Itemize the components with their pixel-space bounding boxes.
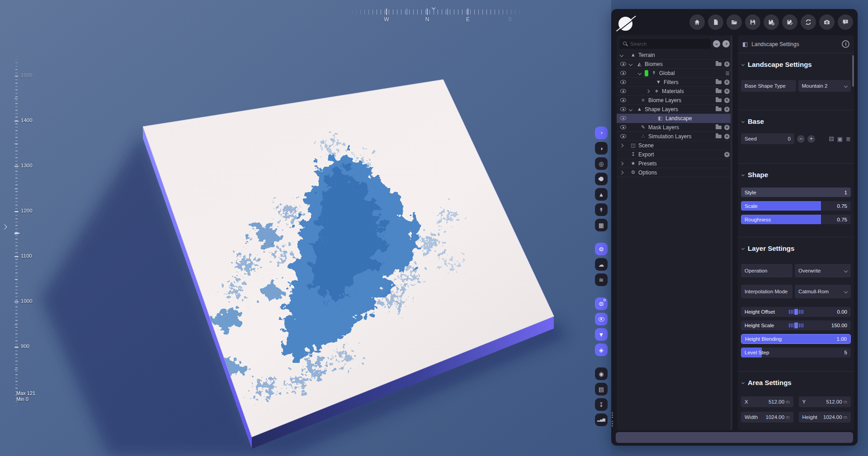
visibility-eye-icon[interactable]	[620, 116, 626, 120]
visibility-eye-icon[interactable]	[620, 107, 626, 111]
incremental-save-button[interactable]	[782, 14, 797, 30]
area-width-field[interactable]: Width 1024.00m	[741, 412, 793, 423]
group-folder-icon[interactable]	[716, 62, 722, 66]
group-folder-icon[interactable]	[716, 89, 722, 93]
visibility-eye-icon[interactable]	[620, 89, 626, 93]
section-title-row[interactable]: Landscape Settings	[742, 61, 850, 68]
record-button[interactable]: ◉	[595, 367, 608, 380]
add-button[interactable]: +	[724, 134, 730, 139]
terrain-render[interactable]	[0, 0, 611, 456]
tree-item-global[interactable]: ↟Global≣	[617, 69, 732, 78]
tree-item-biome-layers[interactable]: ≡Biome Layers+	[617, 96, 732, 105]
sync-button[interactable]	[801, 14, 816, 30]
visibility-eye-icon[interactable]	[620, 125, 626, 129]
height-offset-field[interactable]: Height Offset 0.00	[741, 307, 851, 317]
roughness-slider[interactable]: Roughness 0.75	[741, 215, 851, 224]
chevron-down-icon[interactable]	[620, 53, 623, 56]
tree-item-filters[interactable]: ▼Filters+	[617, 78, 732, 87]
visibility-eye-icon[interactable]	[620, 134, 626, 138]
add-button[interactable]: +	[724, 152, 730, 157]
tree-item-scene[interactable]: ◫Scene	[617, 141, 732, 150]
seed-random-dice-icon[interactable]: ⚄	[829, 136, 834, 142]
chevron-down-icon[interactable]	[629, 62, 632, 66]
section-title-row[interactable]: Shape	[742, 171, 850, 179]
seed-increment-button[interactable]: +	[807, 135, 815, 143]
add-layer-icon[interactable]: ≣	[725, 71, 730, 76]
visibility-eye-icon[interactable]	[620, 80, 626, 84]
tree-item-mask-layers[interactable]: ✎Mask Layers+	[617, 123, 732, 132]
tree-item-biomes[interactable]: ◭Biomes+	[617, 60, 732, 69]
add-button[interactable]: +	[724, 98, 730, 103]
section-title-row[interactable]: Layer Settings	[742, 244, 850, 252]
chevron-right-icon[interactable]	[620, 143, 623, 147]
panel-drag-handle[interactable]	[612, 412, 613, 427]
height-blending-slider[interactable]: Height Blending 1.00	[741, 334, 851, 344]
grid-view-button[interactable]: ▦	[595, 219, 608, 231]
level-step-slider[interactable]: Level Step 5	[741, 348, 851, 357]
new-file-button[interactable]	[708, 14, 723, 30]
settings-view-button[interactable]: ⚙	[595, 243, 608, 255]
style-slider[interactable]: Style 1	[741, 188, 851, 197]
terrain-globe-button[interactable]: ◔	[595, 127, 608, 139]
visibility-button[interactable]	[595, 313, 608, 325]
interpolation-mode-dropdown[interactable]: Catmull-Rom	[795, 285, 851, 298]
seed-field[interactable]: Seed 0	[741, 133, 794, 144]
height-scale-field[interactable]: Height Scale 150.00	[741, 320, 851, 330]
tree-item-materials[interactable]: ∗Materials+	[617, 87, 732, 96]
area-y-field[interactable]: Y 512.00m	[799, 396, 851, 407]
home-button[interactable]	[689, 14, 705, 30]
group-folder-icon[interactable]	[716, 135, 722, 138]
panel-expand-arrow[interactable]	[3, 222, 6, 230]
tree-item-presets[interactable]: ★Presets	[617, 159, 732, 168]
horizon-view-button[interactable]: ◎	[595, 157, 608, 170]
area-x-field[interactable]: X 512.00m	[741, 396, 793, 407]
settings-scrollbar-handle[interactable]	[852, 55, 854, 87]
save-button[interactable]	[745, 14, 760, 30]
scale-slider[interactable]: Scale 0.75	[741, 201, 851, 211]
group-folder-icon[interactable]	[716, 108, 722, 111]
add-button[interactable]: +	[724, 61, 730, 67]
chevron-down-icon[interactable]	[629, 107, 632, 111]
area-height-field[interactable]: Height 1024.00m	[799, 412, 851, 423]
seed-decrement-button[interactable]: −	[797, 135, 805, 143]
chevron-right-icon[interactable]	[620, 161, 623, 165]
collapse-all-button[interactable]	[713, 40, 720, 47]
snapshot-button[interactable]: ▤	[595, 383, 608, 395]
open-project-button[interactable]	[726, 14, 742, 30]
add-button[interactable]: +	[724, 80, 730, 85]
enabled-state-chip[interactable]	[645, 70, 648, 76]
base-shape-type-dropdown[interactable]: Mountain 2	[798, 80, 851, 92]
tree-item-landscape[interactable]: ◧Landscape	[617, 114, 732, 123]
operation-dropdown[interactable]: Overwrite	[795, 264, 851, 277]
export-tool-button[interactable]: ↧	[595, 398, 608, 411]
expand-all-button[interactable]	[722, 40, 730, 47]
auto-process-button[interactable]: ⚙	[595, 297, 608, 310]
biome-tool-button[interactable]: ↟	[595, 203, 608, 216]
mountain-tool-button[interactable]: ▲	[595, 188, 608, 201]
layers-button[interactable]: ◈	[595, 343, 608, 356]
tree-item-shape-layers[interactable]: ▲Shape Layers+	[617, 105, 732, 114]
compass[interactable]: W N E S	[348, 2, 524, 22]
seed-save-icon[interactable]: ▣	[837, 136, 843, 142]
screenshot-button[interactable]	[819, 14, 835, 30]
tree-item-options[interactable]: ⚙Options	[617, 168, 732, 177]
info-button[interactable]	[842, 40, 849, 48]
tree-scrollbar[interactable]	[731, 35, 732, 430]
tree-item-simulation-layers[interactable]: ∴Simulation Layers+	[617, 132, 732, 141]
seed-history-icon[interactable]: ≣	[846, 136, 851, 142]
group-folder-icon[interactable]	[716, 99, 722, 102]
group-folder-icon[interactable]	[716, 80, 722, 84]
chevron-down-icon[interactable]	[638, 71, 642, 75]
visibility-eye-icon[interactable]	[620, 71, 626, 75]
add-button[interactable]: +	[724, 107, 730, 112]
save-as-button[interactable]	[764, 14, 779, 30]
water-sim-button[interactable]: ≋	[595, 273, 608, 286]
search-box[interactable]	[619, 39, 711, 49]
section-title-row[interactable]: Base	[742, 118, 850, 125]
chevron-right-icon[interactable]	[620, 170, 623, 174]
stats-button[interactable]: ▂▄▆	[595, 414, 608, 426]
section-title-row[interactable]: Area Settings	[742, 379, 850, 386]
weather-view-button[interactable]: ☁	[595, 258, 608, 271]
group-folder-icon[interactable]	[716, 126, 722, 129]
add-button[interactable]: +	[724, 89, 730, 94]
